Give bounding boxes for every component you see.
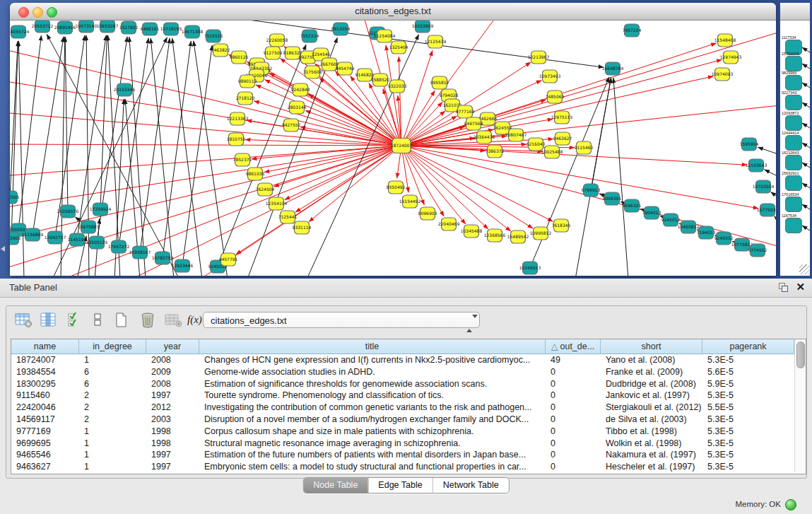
column-header-in_degree[interactable]: in_degree <box>79 339 146 354</box>
table-body[interactable]: 1872400712008Changes of HCN gene express… <box>11 354 794 473</box>
tab-network-table[interactable]: Network Table <box>433 478 509 493</box>
graph-node-label: 10958167 <box>129 250 151 255</box>
table-cell: 0 <box>546 390 601 402</box>
window-titlebar[interactable]: citations_edges.txt <box>10 3 776 21</box>
column-header-short[interactable]: short <box>601 339 702 354</box>
column-chooser-icon[interactable] <box>40 312 60 330</box>
graph-node[interactable] <box>785 56 802 71</box>
graph-node-label: 7485063 <box>546 94 565 99</box>
graph-node-label: 7624504 <box>256 187 275 192</box>
table-row[interactable]: 946554611997Estimation of the future num… <box>11 449 794 461</box>
table-cell: 19384554 <box>11 366 79 378</box>
graph-node-label: 9463627 <box>553 136 572 141</box>
graph-node-label: 6794028 <box>440 93 459 98</box>
graph-node-label: 10775812 <box>731 242 753 247</box>
table-select-dropdown[interactable]: citations_edges.txt <box>203 312 480 328</box>
row-height-icon[interactable] <box>91 312 111 330</box>
column-header-pagerank[interactable]: pagerank <box>702 339 794 354</box>
graph-node[interactable] <box>785 135 802 151</box>
table-header-row[interactable]: namein_degreeyeartitle△out_de...shortpag… <box>11 339 794 354</box>
column-header-out_de[interactable]: △out_de... <box>546 339 601 354</box>
table-row[interactable]: 1938455462009Genome-wide association stu… <box>11 366 794 378</box>
graph-node-label: 9955812 <box>430 80 449 85</box>
table-row[interactable]: 1830029562008Estimation of significance … <box>11 378 794 390</box>
graph-node-label: 8096903 <box>418 211 437 216</box>
column-header-name[interactable]: name <box>11 339 79 354</box>
network-canvas[interactable]: 1405572420553712208914061957314010653287… <box>10 21 776 276</box>
graph-node-label: 9861036 <box>246 171 265 176</box>
table-cell: 0 <box>546 366 601 378</box>
graph-node-label: 7386372 <box>486 148 505 153</box>
background-window-titlebar[interactable] <box>780 3 810 21</box>
graph-node[interactable] <box>785 75 802 90</box>
tab-node-table[interactable]: Node Table <box>303 478 367 493</box>
table-cell: Structural magnetic resonance image aver… <box>199 438 546 450</box>
graph-node-label: 9146821 <box>355 72 375 77</box>
scrollbar-thumb[interactable] <box>796 341 805 368</box>
selection-mode-icon[interactable] <box>67 312 87 330</box>
graph-node-label: 9127509 <box>264 50 283 55</box>
table-row[interactable]: 911546021997Tourette syndrome. Phenomeno… <box>11 390 794 402</box>
graph-node-label: 8813054 <box>331 26 351 31</box>
graph-node[interactable] <box>785 175 802 191</box>
graph-node-label: 9227343 <box>782 90 796 95</box>
graph-node-label: 20891406 <box>54 25 76 30</box>
graph-node-label: 10345013 <box>519 265 541 270</box>
splitter-collapse-left[interactable] <box>1 246 5 252</box>
table-row[interactable]: 977716911998Corpus callosum shape and si… <box>11 426 794 438</box>
graph-node-label: 15751074 <box>782 52 799 56</box>
graph-node-label: 12354104 <box>266 201 288 206</box>
table-cell: 18724007 <box>11 354 79 366</box>
table-cell: 1998 <box>146 426 199 438</box>
float-panel-icon[interactable] <box>779 283 788 292</box>
column-header-year[interactable]: year <box>146 339 199 354</box>
background-window-canvas[interactable]: 1117534157510749829966922734312093872124… <box>780 21 810 276</box>
table-cell: 2009 <box>146 366 199 378</box>
graph-node-label: 9890113 <box>238 78 257 83</box>
graph-node-label: 14671388 <box>182 29 204 34</box>
table-cell: 18300295 <box>11 378 79 390</box>
graph-node[interactable] <box>785 115 802 131</box>
graph-node-label: 1145194 <box>68 237 87 242</box>
table-cell: 1997 <box>146 449 199 461</box>
graph-node-label: 10465812 <box>678 224 700 229</box>
column-header-title[interactable]: title <box>199 339 546 354</box>
background-window-fragment[interactable]: 1117534157510749829966922734312093872124… <box>780 3 810 276</box>
close-panel-icon[interactable]: ✕ <box>796 281 805 293</box>
table-cell: Disruption of a novel member of a sodium… <box>199 414 546 426</box>
graph-node[interactable] <box>785 218 802 233</box>
vertical-scrollbar[interactable] <box>794 339 806 472</box>
tab-edge-table[interactable]: Edge Table <box>367 478 432 493</box>
graph-node-label: 7618345 <box>552 223 571 228</box>
graph-node-label: 12093872 <box>782 111 799 115</box>
table-row[interactable]: 1456911722003Disruption of a novel membe… <box>11 414 794 426</box>
table-row[interactable]: 969969511998Structural magnetic resonanc… <box>11 438 794 450</box>
memory-status-indicator[interactable] <box>785 499 796 510</box>
table-row[interactable]: 2242004622012Investigating the contribut… <box>11 402 794 414</box>
memory-status-label: Memory: OK <box>735 500 781 508</box>
graph-node-label: 20153346 <box>114 87 136 92</box>
graph-node-label: 8099391 <box>603 196 622 201</box>
table-row[interactable]: 1872400712008Changes of HCN gene express… <box>11 354 794 366</box>
network-graph[interactable]: 1405572420553712208914061957314010653287… <box>10 21 776 276</box>
graph-node-label: 10974093 <box>712 71 734 76</box>
network-window[interactable]: citations_edges.txt 14055724205537122089… <box>10 3 776 276</box>
graph-node-label: 1810755 <box>227 136 246 141</box>
graph-node[interactable] <box>785 95 802 110</box>
table-cell: 1 <box>79 438 146 450</box>
table-cell: 2008 <box>146 354 199 366</box>
graph-node[interactable] <box>785 155 802 170</box>
graph-node-label: 1527602 <box>119 25 139 30</box>
table-cell: 1 <box>79 449 146 461</box>
graph-node-label: 6466161 <box>141 26 160 31</box>
table-row[interactable]: 946362711997Embryonic stem cells: a mode… <box>11 461 794 473</box>
graph-node[interactable] <box>785 197 802 212</box>
delete-trash-icon[interactable] <box>139 312 159 330</box>
graph-node-label: 9774502 <box>748 247 767 252</box>
graph-node-label: 3913905 <box>10 235 21 240</box>
new-table-icon[interactable] <box>114 312 134 330</box>
graph-node-label: 12974943 <box>720 54 742 59</box>
table-cell: 5.3E-5 <box>702 426 794 438</box>
resize-grip[interactable] <box>799 264 809 274</box>
table-settings-icon[interactable] <box>15 312 35 330</box>
